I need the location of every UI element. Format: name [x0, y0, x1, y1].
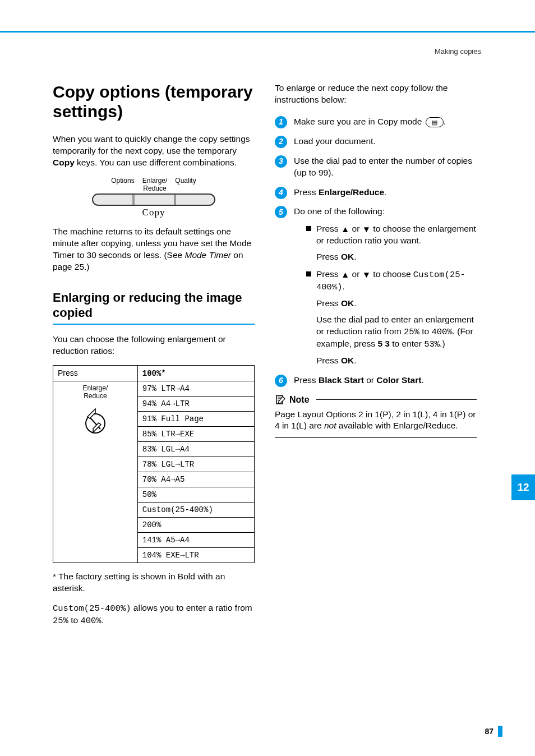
section-heading: Enlarging or reducing the image copied [53, 291, 255, 325]
copy-label: Copy [53, 207, 255, 218]
table-row: 78% LGL→LTR [137, 457, 254, 472]
text: or [349, 224, 362, 233]
text: . [343, 282, 345, 291]
key-label-enlarge-reduce: Enlarge/ Reduce [142, 177, 168, 192]
table-row: 83% LGL→A4 [137, 442, 254, 457]
key-strip-icon [92, 193, 215, 206]
text-bold: Color Start [376, 375, 421, 385]
ratio-table: Press 100%* Enlarge/ Reduce [53, 365, 255, 563]
note-body: Page Layout Options 2 in 1(P), 2 in 1(L)… [275, 405, 477, 439]
text: allows you to enter a ratio from [131, 603, 252, 612]
text: Press [316, 356, 341, 365]
text-bold: Copy [53, 158, 75, 167]
table-row: 70% A4→A5 [137, 472, 254, 487]
text: .) [440, 339, 445, 348]
copy-mode-icon: ▤ [426, 117, 444, 127]
text-mono: 400% [80, 616, 101, 626]
intro-paragraph-2: The machine returns to its default setti… [53, 226, 255, 273]
table-header-press: Press [53, 366, 138, 381]
table-row: 141% A5→A4 [137, 533, 254, 548]
text-mono: 53% [424, 339, 440, 349]
down-arrow-icon: ▼ [362, 269, 371, 281]
text: . [102, 615, 104, 625]
text: . [354, 298, 356, 308]
default-value: 100%* [142, 369, 166, 378]
text: or [364, 375, 376, 385]
step-4: 4 Press Enlarge/Reduce. [275, 187, 477, 199]
text-mono: Custom(25-400%) [53, 603, 131, 614]
chapter-tab: 12 [511, 474, 535, 500]
text: Press [316, 252, 341, 261]
press-cell: Enlarge/ Reduce [53, 381, 138, 563]
text: . [354, 252, 356, 261]
text: keys. You can use different combinations… [75, 158, 237, 167]
text: to enter [390, 339, 424, 348]
text-bold: OK [341, 298, 354, 308]
step-text: Load your document. [294, 136, 376, 146]
copy-keys-diagram: Options Enlarge/ Reduce Quality Copy [53, 177, 255, 218]
step-number-icon: 2 [275, 136, 287, 148]
table-row: 94% A4→LTR [137, 397, 254, 412]
table-row: Custom(25-400%) [137, 503, 254, 518]
step-1: 1 Make sure you are in Copy mode ▤. [275, 116, 477, 128]
table-row: 91% Full Page [137, 412, 254, 427]
step-6: 6 Press Black Start or Color Start. [275, 375, 477, 386]
text-mono: 25% [53, 616, 68, 626]
text-italic: Mode Timer [185, 250, 231, 260]
text: available with Enlarge/Reduce. [336, 421, 458, 430]
text: Reduce [84, 392, 107, 400]
text-bold: OK [341, 356, 354, 365]
text: to [68, 615, 81, 625]
substep-choose-ratio: Press ▲ or ▼ to choose the enlargement o… [306, 223, 477, 263]
step-text: Make sure you are in Copy mode [294, 117, 425, 126]
text-bold: OK [341, 252, 354, 261]
table-header-default: 100%* [137, 366, 254, 381]
text: to [419, 326, 432, 336]
step-number-icon: 4 [275, 187, 287, 199]
table-row: 85% LTR→EXE [137, 427, 254, 442]
page-number: 87 [485, 727, 494, 736]
step-number-icon: 5 [275, 206, 287, 218]
text: Press [294, 187, 319, 197]
text: . [354, 356, 356, 365]
text: . [421, 375, 423, 385]
up-arrow-icon: ▲ [341, 269, 349, 281]
divider [316, 399, 477, 400]
page-title: Copy options (temporary settings) [53, 82, 255, 121]
text: Press [316, 298, 341, 308]
step-number-icon: 3 [275, 155, 287, 168]
ratios-intro: You can choose the following enlargement… [53, 334, 255, 357]
text: Press [316, 224, 341, 233]
text-bold: 5 3 [377, 339, 390, 348]
step-number-icon: 1 [275, 116, 287, 128]
text: . [384, 187, 386, 197]
footer-accent [498, 726, 502, 737]
intro-paragraph-1: When you want to quickly change the copy… [53, 133, 255, 169]
key-label-quality: Quality [175, 177, 196, 192]
table-footnote: * The factory setting is shown in Bold w… [53, 571, 255, 594]
text: Press [294, 375, 319, 385]
text: Reduce [143, 185, 166, 192]
step-text: Use the dial pad to enter the number of … [294, 156, 472, 177]
text-bold: Black Start [319, 375, 364, 385]
note-icon [275, 394, 286, 405]
text-mono: 25% [404, 327, 419, 337]
enlarge-reduce-label: Enlarge/ Reduce [58, 384, 133, 400]
key-label-options: Options [111, 177, 134, 192]
text: . [444, 117, 446, 126]
text: Press [316, 269, 341, 279]
text-bold: Enlarge/Reduce [319, 187, 384, 197]
enlarge-reduce-knob-icon [83, 404, 108, 436]
steps-list: 1 Make sure you are in Copy mode ▤. 2 Lo… [275, 116, 477, 386]
step-text: Do one of the following: [294, 206, 385, 216]
text: Enlarge/ [142, 177, 168, 185]
substep-custom: Press ▲ or ▼ to choose Custom(25-400%). … [306, 269, 477, 366]
table-row: 97% LTR→A4 [137, 381, 254, 397]
note-label: Note [289, 395, 310, 405]
text-mono: 400% [431, 327, 452, 337]
up-arrow-icon: ▲ [341, 224, 349, 236]
note-heading: Note [275, 394, 477, 405]
table-row: 104% EXE→LTR [137, 548, 254, 563]
step-3: 3 Use the dial pad to enter the number o… [275, 155, 477, 179]
step-number-icon: 6 [275, 375, 287, 387]
